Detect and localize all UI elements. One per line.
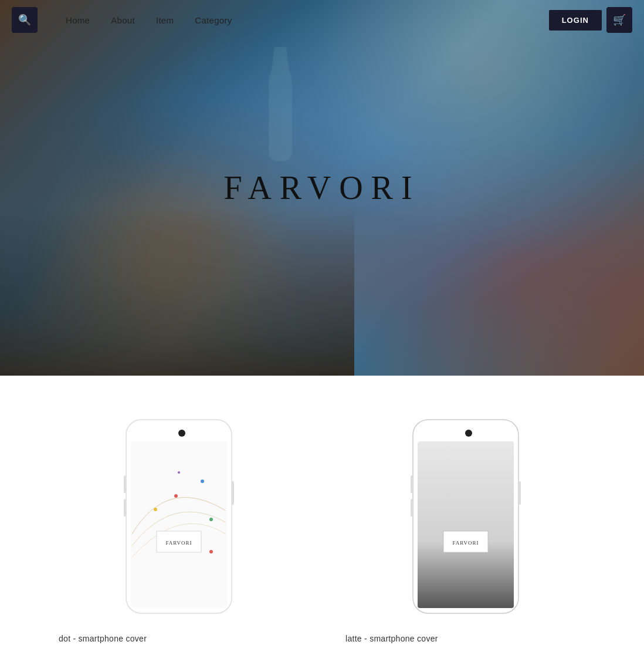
login-button[interactable]: LOGIN	[549, 10, 602, 31]
svg-text:FARVORI: FARVORI	[452, 540, 479, 546]
product-card-dot[interactable]: FARVORI dot - smartphone cover	[47, 411, 310, 643]
svg-rect-2	[131, 441, 227, 608]
nav-item[interactable]: Item	[145, 15, 184, 25]
header-actions: LOGIN 🛒	[549, 7, 632, 33]
svg-point-6	[209, 518, 213, 521]
svg-rect-14	[232, 481, 234, 505]
product-image-latte: FARVORI	[334, 411, 597, 622]
search-icon: 🔍	[18, 13, 31, 26]
svg-rect-20	[411, 475, 413, 493]
svg-rect-13	[124, 499, 126, 516]
nav-about[interactable]: About	[100, 15, 145, 25]
svg-point-16	[465, 430, 472, 437]
bottle-decoration	[257, 47, 304, 164]
main-nav: Home About Item Category	[55, 15, 549, 25]
product-card-latte[interactable]: FARVORI latte - smartphone cover	[334, 411, 597, 643]
product-label-latte: latte - smartphone cover	[334, 634, 438, 643]
svg-point-9	[178, 471, 180, 474]
search-button[interactable]: 🔍	[12, 7, 38, 33]
product-label-dot: dot - smartphone cover	[47, 634, 147, 643]
hero-section: FARVORI	[0, 0, 644, 376]
svg-rect-17	[418, 441, 514, 608]
svg-rect-12	[124, 475, 126, 493]
latte-phone-case-svg: FARVORI	[407, 417, 524, 616]
svg-text:FARVORI: FARVORI	[165, 540, 192, 546]
header: 🔍 Home About Item Category LOGIN 🛒	[0, 0, 644, 40]
svg-rect-21	[411, 499, 413, 516]
hero-title: FARVORI	[223, 169, 420, 207]
svg-point-4	[174, 494, 178, 498]
products-section: FARVORI dot - smartphone cover	[0, 376, 644, 655]
svg-rect-22	[518, 481, 521, 505]
dot-phone-case-svg: FARVORI	[120, 417, 238, 616]
svg-point-1	[178, 430, 185, 437]
svg-point-3	[201, 480, 204, 483]
nav-category[interactable]: Category	[184, 15, 242, 25]
nav-home[interactable]: Home	[55, 15, 100, 25]
svg-point-8	[209, 550, 213, 553]
cart-button[interactable]: 🛒	[606, 7, 632, 33]
hero-table-element	[0, 207, 354, 376]
cart-icon: 🛒	[613, 13, 626, 26]
product-image-dot: FARVORI	[47, 411, 310, 622]
svg-point-5	[154, 508, 157, 511]
